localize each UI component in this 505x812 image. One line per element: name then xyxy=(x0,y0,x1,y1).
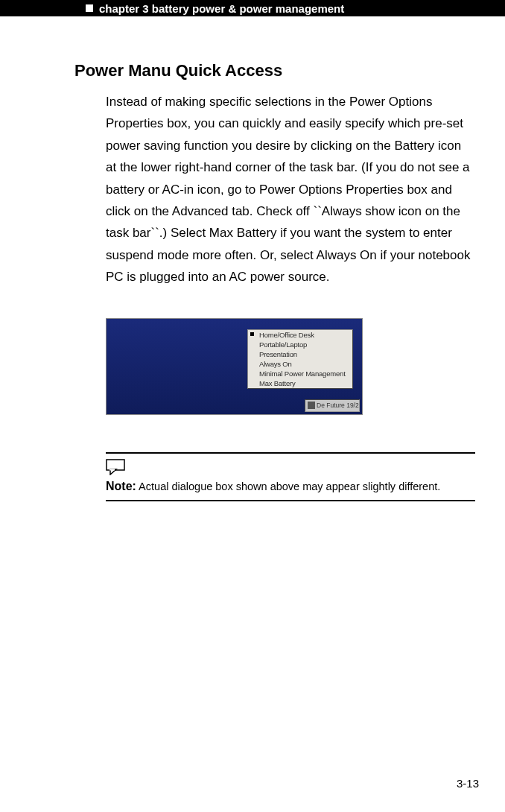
note-label: Note: xyxy=(106,480,136,492)
note-text-line: Note: Actual dialogue box shown above ma… xyxy=(106,480,475,493)
power-menu-popup: Home/Office Desk Portable/Laptop Present… xyxy=(247,329,353,389)
chapter-title: chapter 3 battery power & power manageme… xyxy=(99,2,344,15)
note-block: Note: Actual dialogue box shown above ma… xyxy=(106,452,475,501)
menu-item-home-office[interactable]: Home/Office Desk xyxy=(248,330,352,340)
tray-icon xyxy=(308,402,315,409)
header-square-icon xyxy=(86,4,93,12)
tray-text: De Future 19/21 xyxy=(317,402,360,409)
menu-item-always-on[interactable]: Always On xyxy=(248,359,352,369)
page-content: Power Manu Quick Access Instead of makin… xyxy=(0,16,505,501)
menu-item-portable[interactable]: Portable/Laptop xyxy=(248,340,352,349)
menu-item-max-battery[interactable]: Max Battery xyxy=(248,378,352,388)
page-number: 3-13 xyxy=(457,777,479,790)
svg-rect-0 xyxy=(107,460,124,470)
speech-bubble-icon xyxy=(106,459,127,475)
section-title: Power Manu Quick Access xyxy=(74,61,475,80)
svg-rect-2 xyxy=(109,469,115,470)
menu-item-presentation[interactable]: Presentation xyxy=(248,349,352,359)
system-tray: De Future 19/21 xyxy=(305,399,360,412)
dialog-screenshot: Home/Office Desk Portable/Laptop Present… xyxy=(106,318,363,415)
section-body: Instead of making specific selections in… xyxy=(106,91,475,288)
note-text: Actual dialogue box shown above may appe… xyxy=(136,480,440,492)
chapter-header: chapter 3 battery power & power manageme… xyxy=(0,0,505,16)
menu-item-minimal[interactable]: Minimal Power Management xyxy=(248,369,352,378)
